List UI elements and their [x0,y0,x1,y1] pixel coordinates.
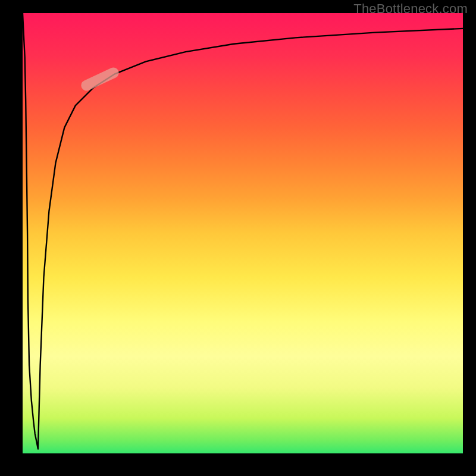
watermark-label: TheBottleneck.com [353,1,468,17]
chart-frame: TheBottleneck.com [0,0,476,476]
highlight-marker [79,65,120,92]
plot-area [23,13,463,453]
